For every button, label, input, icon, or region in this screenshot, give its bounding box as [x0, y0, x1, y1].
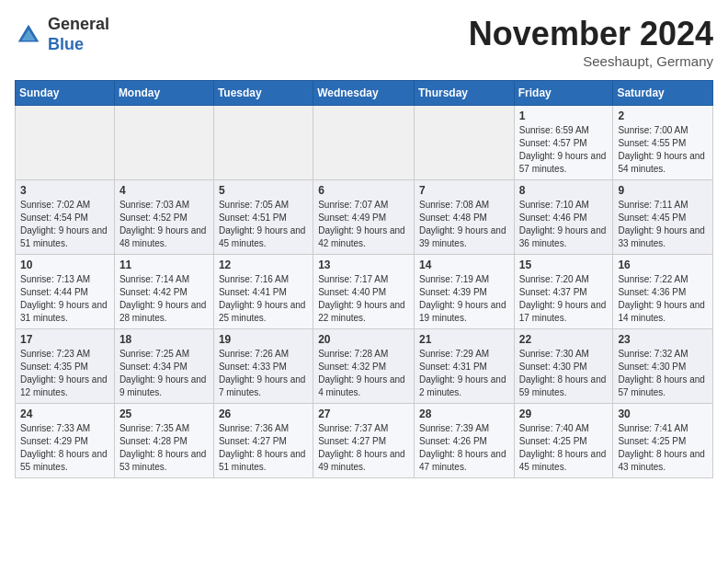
- day-number: 30: [618, 408, 708, 420]
- day-number: 1: [519, 109, 609, 122]
- day-info: Sunrise: 7:40 AM Sunset: 4:25 PM Dayligh…: [519, 422, 609, 474]
- day-cell: 23Sunrise: 7:32 AM Sunset: 4:30 PM Dayli…: [613, 329, 713, 404]
- day-number: 28: [419, 408, 509, 420]
- day-info: Sunrise: 7:30 AM Sunset: 4:30 PM Dayligh…: [519, 348, 609, 399]
- month-title: November 2024: [469, 15, 713, 53]
- day-number: 29: [519, 408, 609, 420]
- calendar-table: SundayMondayTuesdayWednesdayThursdayFrid…: [15, 80, 713, 478]
- day-number: 22: [519, 333, 609, 346]
- week-row-1: 1Sunrise: 6:59 AM Sunset: 4:57 PM Daylig…: [16, 106, 713, 180]
- day-number: 26: [219, 408, 308, 420]
- day-info: Sunrise: 7:05 AM Sunset: 4:51 PM Dayligh…: [219, 199, 308, 250]
- day-number: 12: [219, 259, 308, 271]
- day-cell: 26Sunrise: 7:36 AM Sunset: 4:27 PM Dayli…: [213, 404, 313, 478]
- day-number: 25: [119, 408, 209, 420]
- day-number: 16: [618, 259, 708, 271]
- day-info: Sunrise: 7:41 AM Sunset: 4:25 PM Dayligh…: [618, 422, 708, 474]
- day-info: Sunrise: 6:59 AM Sunset: 4:57 PM Dayligh…: [519, 124, 609, 176]
- logo-icon: [15, 21, 42, 49]
- day-info: Sunrise: 7:10 AM Sunset: 4:46 PM Dayligh…: [519, 199, 609, 250]
- day-cell: 30Sunrise: 7:41 AM Sunset: 4:25 PM Dayli…: [613, 404, 713, 478]
- day-cell: 3Sunrise: 7:02 AM Sunset: 4:54 PM Daylig…: [16, 180, 115, 255]
- day-cell: 18Sunrise: 7:25 AM Sunset: 4:34 PM Dayli…: [114, 329, 213, 404]
- day-number: 13: [318, 259, 409, 271]
- day-cell: 22Sunrise: 7:30 AM Sunset: 4:30 PM Dayli…: [514, 329, 613, 404]
- weekday-header-tuesday: Tuesday: [213, 81, 313, 106]
- week-row-5: 24Sunrise: 7:33 AM Sunset: 4:29 PM Dayli…: [16, 404, 713, 478]
- day-info: Sunrise: 7:08 AM Sunset: 4:48 PM Dayligh…: [419, 199, 509, 250]
- day-cell: [313, 106, 415, 180]
- location: Seeshaupt, Germany: [469, 53, 713, 69]
- day-cell: 7Sunrise: 7:08 AM Sunset: 4:48 PM Daylig…: [414, 180, 514, 255]
- day-cell: 15Sunrise: 7:20 AM Sunset: 4:37 PM Dayli…: [514, 255, 613, 329]
- day-info: Sunrise: 7:17 AM Sunset: 4:40 PM Dayligh…: [318, 273, 409, 325]
- week-row-3: 10Sunrise: 7:13 AM Sunset: 4:44 PM Dayli…: [16, 255, 713, 329]
- day-number: 2: [618, 109, 708, 122]
- weekday-header-sunday: Sunday: [16, 81, 115, 106]
- day-cell: 19Sunrise: 7:26 AM Sunset: 4:33 PM Dayli…: [213, 329, 313, 404]
- title-block: November 2024 Seeshaupt, Germany: [469, 15, 713, 69]
- day-cell: 2Sunrise: 7:00 AM Sunset: 4:55 PM Daylig…: [613, 106, 713, 180]
- weekday-header-wednesday: Wednesday: [313, 81, 415, 106]
- logo-text: General Blue: [48, 15, 109, 54]
- day-cell: 24Sunrise: 7:33 AM Sunset: 4:29 PM Dayli…: [16, 404, 115, 478]
- calendar-body: 1Sunrise: 6:59 AM Sunset: 4:57 PM Daylig…: [16, 106, 713, 478]
- day-number: 23: [618, 333, 708, 346]
- day-cell: 13Sunrise: 7:17 AM Sunset: 4:40 PM Dayli…: [313, 255, 415, 329]
- day-cell: 14Sunrise: 7:19 AM Sunset: 4:39 PM Dayli…: [414, 255, 514, 329]
- day-info: Sunrise: 7:20 AM Sunset: 4:37 PM Dayligh…: [519, 273, 609, 325]
- day-info: Sunrise: 7:26 AM Sunset: 4:33 PM Dayligh…: [219, 348, 308, 399]
- day-cell: 25Sunrise: 7:35 AM Sunset: 4:28 PM Dayli…: [114, 404, 213, 478]
- weekday-header-friday: Friday: [514, 81, 613, 106]
- day-cell: 8Sunrise: 7:10 AM Sunset: 4:46 PM Daylig…: [514, 180, 613, 255]
- day-cell: 21Sunrise: 7:29 AM Sunset: 4:31 PM Dayli…: [414, 329, 514, 404]
- day-cell: 28Sunrise: 7:39 AM Sunset: 4:26 PM Dayli…: [414, 404, 514, 478]
- page-header: General Blue November 2024 Seeshaupt, Ge…: [15, 15, 713, 69]
- day-number: 14: [419, 259, 509, 271]
- day-number: 5: [219, 184, 308, 197]
- logo-blue: Blue: [48, 35, 84, 53]
- day-cell: 11Sunrise: 7:14 AM Sunset: 4:42 PM Dayli…: [114, 255, 213, 329]
- day-cell: 6Sunrise: 7:07 AM Sunset: 4:49 PM Daylig…: [313, 180, 415, 255]
- weekday-header-saturday: Saturday: [613, 81, 713, 106]
- day-number: 4: [119, 184, 209, 197]
- logo-general: General: [48, 15, 109, 33]
- day-number: 27: [318, 408, 409, 420]
- logo: General Blue: [15, 15, 109, 54]
- day-cell: 27Sunrise: 7:37 AM Sunset: 4:27 PM Dayli…: [313, 404, 415, 478]
- day-cell: 10Sunrise: 7:13 AM Sunset: 4:44 PM Dayli…: [16, 255, 115, 329]
- day-info: Sunrise: 7:11 AM Sunset: 4:45 PM Dayligh…: [618, 199, 708, 250]
- day-info: Sunrise: 7:28 AM Sunset: 4:32 PM Dayligh…: [318, 348, 409, 399]
- day-cell: 4Sunrise: 7:03 AM Sunset: 4:52 PM Daylig…: [114, 180, 213, 255]
- day-cell: [16, 106, 115, 180]
- day-number: 10: [20, 259, 109, 271]
- day-cell: 20Sunrise: 7:28 AM Sunset: 4:32 PM Dayli…: [313, 329, 415, 404]
- day-info: Sunrise: 7:39 AM Sunset: 4:26 PM Dayligh…: [419, 422, 509, 474]
- day-cell: 29Sunrise: 7:40 AM Sunset: 4:25 PM Dayli…: [514, 404, 613, 478]
- day-number: 9: [618, 184, 708, 197]
- day-info: Sunrise: 7:07 AM Sunset: 4:49 PM Dayligh…: [318, 199, 409, 250]
- day-info: Sunrise: 7:13 AM Sunset: 4:44 PM Dayligh…: [20, 273, 109, 325]
- day-info: Sunrise: 7:33 AM Sunset: 4:29 PM Dayligh…: [20, 422, 109, 474]
- day-info: Sunrise: 7:23 AM Sunset: 4:35 PM Dayligh…: [20, 348, 109, 399]
- day-number: 21: [419, 333, 509, 346]
- weekday-row: SundayMondayTuesdayWednesdayThursdayFrid…: [16, 81, 713, 106]
- day-info: Sunrise: 7:35 AM Sunset: 4:28 PM Dayligh…: [119, 422, 209, 474]
- day-info: Sunrise: 7:16 AM Sunset: 4:41 PM Dayligh…: [219, 273, 308, 325]
- day-info: Sunrise: 7:02 AM Sunset: 4:54 PM Dayligh…: [20, 199, 109, 250]
- day-info: Sunrise: 7:03 AM Sunset: 4:52 PM Dayligh…: [119, 199, 209, 250]
- day-number: 3: [20, 184, 109, 197]
- day-info: Sunrise: 7:37 AM Sunset: 4:27 PM Dayligh…: [318, 422, 409, 474]
- day-number: 7: [419, 184, 509, 197]
- day-number: 8: [519, 184, 609, 197]
- day-cell: 16Sunrise: 7:22 AM Sunset: 4:36 PM Dayli…: [613, 255, 713, 329]
- day-cell: 5Sunrise: 7:05 AM Sunset: 4:51 PM Daylig…: [213, 180, 313, 255]
- day-cell: 1Sunrise: 6:59 AM Sunset: 4:57 PM Daylig…: [514, 106, 613, 180]
- day-info: Sunrise: 7:00 AM Sunset: 4:55 PM Dayligh…: [618, 124, 708, 176]
- day-number: 18: [119, 333, 209, 346]
- day-info: Sunrise: 7:36 AM Sunset: 4:27 PM Dayligh…: [219, 422, 308, 474]
- day-number: 24: [20, 408, 109, 420]
- calendar-header: SundayMondayTuesdayWednesdayThursdayFrid…: [16, 81, 713, 106]
- day-info: Sunrise: 7:29 AM Sunset: 4:31 PM Dayligh…: [419, 348, 509, 399]
- day-number: 6: [318, 184, 409, 197]
